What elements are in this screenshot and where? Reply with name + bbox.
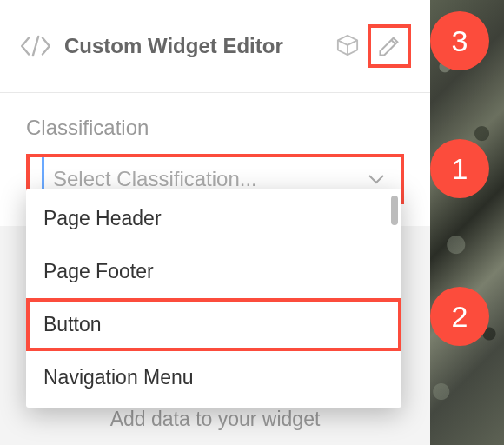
select-placeholder: Select Classification...	[53, 167, 368, 191]
chevron-down-icon	[368, 173, 385, 185]
add-data-prompt: Add data to your widget	[110, 408, 321, 431]
option-page-footer[interactable]: Page Footer	[26, 245, 401, 298]
option-button[interactable]: Button	[26, 298, 401, 351]
pencil-icon	[377, 34, 401, 58]
header-actions	[335, 24, 411, 68]
panel-header: Custom Widget Editor	[0, 0, 430, 93]
classification-label: Classification	[26, 116, 404, 140]
callout-marker-1: 1	[430, 139, 489, 198]
option-page-header[interactable]: Page Header	[26, 192, 401, 245]
code-icon	[19, 35, 52, 57]
callout-marker-2: 2	[430, 287, 489, 346]
box-icon[interactable]	[335, 33, 361, 59]
scrollbar-thumb[interactable]	[391, 196, 398, 225]
editor-panel: Custom Widget Editor Classification Sele	[0, 0, 430, 445]
option-navigation-menu[interactable]: Navigation Menu	[26, 351, 401, 404]
edit-button[interactable]	[368, 24, 411, 68]
svg-line-0	[33, 37, 38, 56]
callout-marker-3: 3	[430, 11, 489, 70]
page-title: Custom Widget Editor	[64, 34, 283, 58]
classification-dropdown: Page Header Page Footer Button Navigatio…	[26, 189, 401, 408]
